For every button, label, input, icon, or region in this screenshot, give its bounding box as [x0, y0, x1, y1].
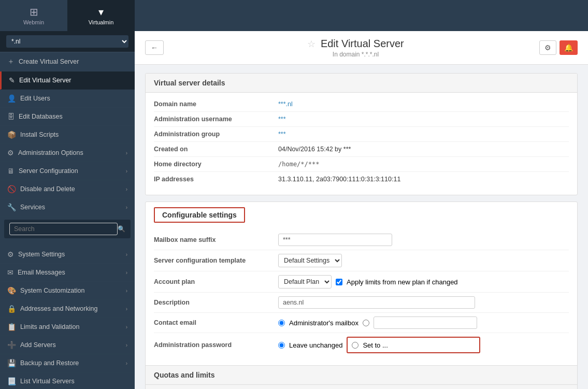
domain-select[interactable]: *.nl	[6, 35, 128, 48]
search-icon: 🔍	[118, 225, 125, 233]
config-row-admin-password: Administration password Leave unchanged …	[154, 333, 569, 357]
back-arrow-icon: ←	[151, 44, 158, 52]
form-row-domain-name: Domain name ***.nl	[154, 97, 569, 112]
contact-email-field: Administrator's mailbox	[278, 316, 477, 329]
details-section-header: Virtual server details	[146, 74, 577, 93]
bell-button[interactable]: 🔔	[560, 40, 578, 55]
sidebar-item-edit-users[interactable]: 👤 Edit Users	[0, 90, 135, 108]
sidebar-item-label: Edit Virtual Server	[19, 77, 71, 84]
admin-group-label: Administration group	[154, 131, 278, 138]
config-row-server-template: Server configuration template Default Se…	[154, 250, 569, 271]
backup-icon: 💾	[7, 359, 16, 367]
sidebar-item-server-configuration[interactable]: 🖥 Server Configuration ›	[0, 162, 135, 180]
leave-unchanged-label: Leave unchanged	[289, 341, 342, 349]
chevron-right-icon: ›	[126, 150, 127, 156]
chevron-right-icon: ›	[126, 270, 127, 276]
header-actions: ⚙ 🔔	[539, 40, 578, 55]
search-input[interactable]	[9, 223, 118, 235]
network-icon: 🔒	[7, 305, 16, 313]
mailbox-suffix-label: Mailbox name suffix	[154, 236, 278, 243]
domain-dropdown[interactable]: *.nl	[0, 31, 135, 52]
config-row-account-plan: Account plan Default Plan Apply limits f…	[154, 271, 569, 293]
sidebar-item-edit-databases[interactable]: 🗄 Edit Databases	[0, 108, 135, 126]
account-plan-select[interactable]: Default Plan	[278, 275, 332, 289]
add-servers-icon: ➕	[7, 341, 16, 349]
contact-email-admin-radio[interactable]	[278, 320, 285, 326]
admin-pass-unchanged-radio[interactable]	[278, 342, 285, 349]
sidebar-item-create-virtual-server[interactable]: ＋ Create Virtual Server	[0, 52, 135, 71]
form-row-ip-addresses: IP addresses 31.3.110.11, 2a03:7900:111:…	[154, 172, 569, 186]
apply-limits-checkbox[interactable]	[336, 279, 342, 285]
sidebar-search[interactable]: 🔍	[4, 220, 131, 238]
admin-icon: ⚙	[7, 149, 14, 157]
sidebar-item-backup-restore[interactable]: 💾 Backup and Restore ›	[0, 354, 135, 372]
server-template-select[interactable]: Default Settings	[278, 254, 342, 267]
virtual-server-details-card: Virtual server details Domain name ***.n…	[145, 73, 578, 195]
server-icon: 🖥	[7, 167, 15, 175]
config-row-mailbox-suffix: Mailbox name suffix	[154, 230, 569, 250]
sidebar-item-edit-virtual-server[interactable]: ✎ Edit Virtual Server	[0, 71, 135, 90]
configurable-settings-title: Configurable settings	[154, 207, 245, 223]
virtualmin-nav-item[interactable]: ▾ Virtualmin	[67, 0, 135, 31]
paint-icon: 🎨	[7, 286, 16, 295]
domain-name-value[interactable]: ***.nl	[278, 100, 293, 108]
sidebar-item-label: Edit Users	[20, 95, 50, 102]
form-row-home-dir: Home directory /home/*/***	[154, 157, 569, 172]
admin-pass-input[interactable]	[392, 339, 475, 351]
account-plan-label: Account plan	[154, 278, 278, 285]
webmin-label: Webmin	[23, 19, 44, 25]
admin-pass-set-box: Set to ...	[347, 337, 480, 353]
gear-button[interactable]: ⚙	[539, 40, 556, 55]
description-input[interactable]	[278, 296, 475, 309]
sidebar-item-label: List Virtual Servers	[20, 378, 75, 385]
chevron-right-icon: ›	[126, 252, 127, 257]
sidebar-item-add-servers[interactable]: ➕ Add Servers ›	[0, 336, 135, 354]
sidebar-item-email-messages[interactable]: ✉ Email Messages ›	[0, 264, 135, 282]
sidebar-item-administration-options[interactable]: ⚙ Administration Options ›	[0, 144, 135, 162]
scripts-icon: 📦	[7, 131, 16, 139]
contact-email-custom-radio[interactable]	[363, 320, 369, 326]
mailbox-suffix-field	[278, 234, 392, 246]
webmin-nav-item[interactable]: ⊞ Webmin	[0, 0, 67, 31]
sidebar-item-label: System Settings	[18, 251, 65, 258]
admin-username-label: Administration username	[154, 116, 278, 123]
config-row-description: Description	[154, 293, 569, 313]
sidebar-item-disable-delete[interactable]: 🚫 Disable and Delete ›	[0, 180, 135, 198]
created-on-label: Created on	[154, 146, 278, 153]
virtualmin-label: Virtualmin	[89, 19, 114, 25]
apply-limits-label: Apply limits from new plan if changed	[347, 278, 458, 286]
form-row-admin-group: Administration group ***	[154, 127, 569, 142]
admin-group-value[interactable]: ***	[278, 131, 286, 138]
sidebar-item-install-scripts[interactable]: 📦 Install Scripts	[0, 126, 135, 144]
sidebar-item-list-virtual-servers[interactable]: 📃 List Virtual Servers	[0, 372, 135, 389]
sidebar-item-label: Addresses and Networking	[20, 305, 97, 312]
contact-email-label: Contact email	[154, 319, 278, 326]
config-row-contact-email: Contact email Administrator's mailbox	[154, 313, 569, 333]
description-label: Description	[154, 299, 278, 306]
config-form: Mailbox name suffix Server configuration…	[146, 228, 577, 365]
sidebar-item-addresses-networking[interactable]: 🔒 Addresses and Networking ›	[0, 300, 135, 318]
list-icon: 📃	[7, 377, 16, 385]
sidebar-item-system-settings[interactable]: ⚙ System Settings ›	[0, 246, 135, 264]
db-icon: 🗄	[7, 112, 15, 121]
admin-password-label: Administration password	[154, 341, 278, 349]
chevron-right-icon: ›	[126, 288, 127, 294]
admin-pass-setto-radio[interactable]	[352, 342, 358, 349]
form-row-admin-username: Administration username ***	[154, 112, 569, 127]
ip-addresses-value: 31.3.110.11, 2a03:7900:111:0:31:3:110:11	[278, 176, 400, 183]
sidebar-item-limits-validation[interactable]: 📋 Limits and Validation ›	[0, 318, 135, 336]
star-icon[interactable]: ☆	[307, 39, 315, 49]
sidebar-item-label: Create Virtual Server	[19, 58, 79, 65]
sidebar: *.nl ＋ Create Virtual Server ✎ Edit Virt…	[0, 31, 135, 389]
header-title-area: ☆ Edit Virtual Server In domain *.*.*.nl	[172, 38, 539, 58]
mailbox-suffix-input[interactable]	[278, 234, 392, 246]
sidebar-item-services[interactable]: 🔧 Services ›	[0, 198, 135, 217]
contact-email-input[interactable]	[374, 316, 477, 329]
chevron-right-icon: ›	[126, 205, 127, 210]
back-button[interactable]: ←	[145, 40, 164, 55]
sidebar-item-system-customization[interactable]: 🎨 System Customization ›	[0, 282, 135, 300]
admin-username-value[interactable]: ***	[278, 116, 286, 123]
users-icon: 👤	[7, 94, 16, 103]
email-icon: ✉	[7, 268, 13, 277]
page-subtitle: In domain *.*.*.nl	[172, 51, 539, 58]
